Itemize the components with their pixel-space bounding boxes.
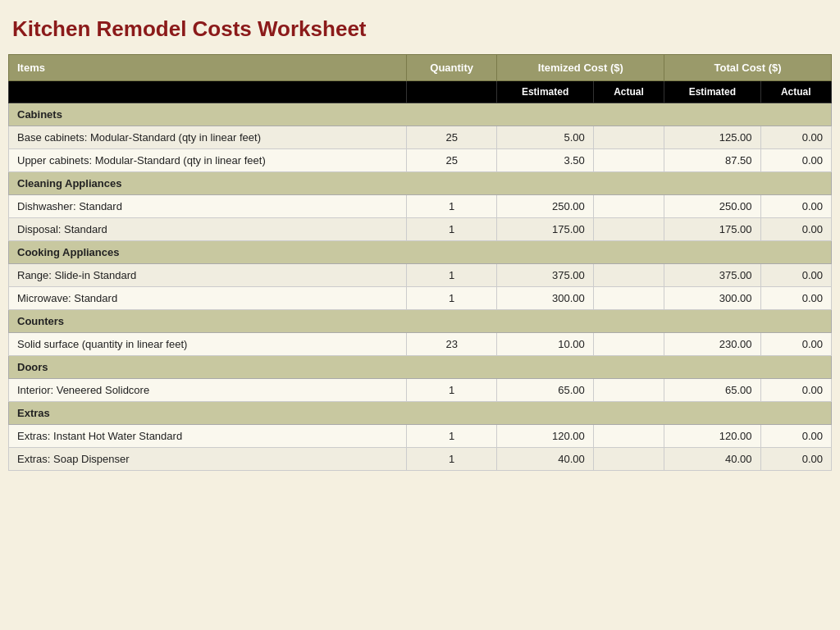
sub-header-actual-itemized: Actual — [593, 81, 664, 103]
page-title: Kitchen Remodel Costs Worksheet — [8, 8, 832, 54]
item-total-actual: 0.00 — [760, 379, 831, 402]
item-name: Range: Slide-in Standard — [9, 264, 407, 287]
category-label: Doors — [9, 356, 832, 379]
sub-header-estimated-total: Estimated — [664, 81, 760, 103]
category-row: Cleaning Appliances — [9, 172, 832, 195]
table-row: Base cabinets: Modular-Standard (qty in … — [9, 126, 832, 149]
item-est-cost: 5.00 — [497, 126, 593, 149]
item-actual-cost — [593, 379, 664, 402]
item-total-est: 87.50 — [664, 149, 760, 172]
sub-header-estimated-itemized: Estimated — [497, 81, 593, 103]
sub-header-actual-total: Actual — [760, 81, 831, 103]
item-quantity: 1 — [406, 379, 496, 402]
item-quantity: 1 — [406, 264, 496, 287]
item-name: Microwave: Standard — [9, 287, 407, 310]
item-quantity: 25 — [406, 149, 496, 172]
item-name: Extras: Instant Hot Water Standard — [9, 425, 407, 448]
sub-header-empty-qty — [406, 81, 496, 103]
item-total-actual: 0.00 — [760, 425, 831, 448]
item-total-est: 120.00 — [664, 425, 760, 448]
category-row: Cabinets — [9, 103, 832, 126]
item-total-est: 375.00 — [664, 264, 760, 287]
item-total-est: 300.00 — [664, 287, 760, 310]
item-total-est: 175.00 — [664, 218, 760, 241]
item-actual-cost — [593, 448, 664, 471]
item-est-cost: 65.00 — [497, 379, 593, 402]
item-actual-cost — [593, 218, 664, 241]
item-actual-cost — [593, 333, 664, 356]
item-name: Upper cabinets: Modular-Standard (qty in… — [9, 149, 407, 172]
table-row: Range: Slide-in Standard 1 375.00 375.00… — [9, 264, 832, 287]
table-row: Microwave: Standard 1 300.00 300.00 0.00 — [9, 287, 832, 310]
item-total-actual: 0.00 — [760, 264, 831, 287]
item-quantity: 1 — [406, 218, 496, 241]
item-total-actual: 0.00 — [760, 149, 831, 172]
item-total-actual: 0.00 — [760, 333, 831, 356]
item-quantity: 1 — [406, 287, 496, 310]
cost-table: Items Quantity Itemized Cost ($) Total C… — [8, 54, 832, 471]
item-name: Dishwasher: Standard — [9, 195, 407, 218]
item-est-cost: 250.00 — [497, 195, 593, 218]
table-row: Extras: Soap Dispenser 1 40.00 40.00 0.0… — [9, 448, 832, 471]
item-actual-cost — [593, 287, 664, 310]
table-row: Disposal: Standard 1 175.00 175.00 0.00 — [9, 218, 832, 241]
header-quantity: Quantity — [406, 55, 496, 81]
item-total-actual: 0.00 — [760, 448, 831, 471]
category-label: Extras — [9, 402, 832, 425]
item-quantity: 1 — [406, 195, 496, 218]
item-total-actual: 0.00 — [760, 218, 831, 241]
table-row: Solid surface (quantity in linear feet) … — [9, 333, 832, 356]
table-row: Extras: Instant Hot Water Standard 1 120… — [9, 425, 832, 448]
item-total-actual: 0.00 — [760, 287, 831, 310]
item-name: Interior: Veneered Solidcore — [9, 379, 407, 402]
item-quantity: 25 — [406, 126, 496, 149]
category-label: Cooking Appliances — [9, 241, 832, 264]
item-name: Disposal: Standard — [9, 218, 407, 241]
item-actual-cost — [593, 195, 664, 218]
item-actual-cost — [593, 264, 664, 287]
category-label: Cleaning Appliances — [9, 172, 832, 195]
item-actual-cost — [593, 149, 664, 172]
category-row: Doors — [9, 356, 832, 379]
category-row: Counters — [9, 310, 832, 333]
item-total-est: 250.00 — [664, 195, 760, 218]
item-est-cost: 120.00 — [497, 425, 593, 448]
item-est-cost: 40.00 — [497, 448, 593, 471]
item-name: Extras: Soap Dispenser — [9, 448, 407, 471]
item-total-actual: 0.00 — [760, 195, 831, 218]
item-est-cost: 3.50 — [497, 149, 593, 172]
item-est-cost: 300.00 — [497, 287, 593, 310]
item-actual-cost — [593, 425, 664, 448]
item-est-cost: 175.00 — [497, 218, 593, 241]
item-est-cost: 10.00 — [497, 333, 593, 356]
item-total-est: 65.00 — [664, 379, 760, 402]
category-label: Counters — [9, 310, 832, 333]
table-row: Dishwasher: Standard 1 250.00 250.00 0.0… — [9, 195, 832, 218]
table-row: Upper cabinets: Modular-Standard (qty in… — [9, 149, 832, 172]
category-label: Cabinets — [9, 103, 832, 126]
header-items: Items — [9, 55, 407, 81]
category-row: Cooking Appliances — [9, 241, 832, 264]
item-name: Solid surface (quantity in linear feet) — [9, 333, 407, 356]
table-body: Cabinets Base cabinets: Modular-Standard… — [9, 103, 832, 471]
item-total-est: 125.00 — [664, 126, 760, 149]
sub-header-row: Estimated Actual Estimated Actual — [9, 81, 832, 103]
category-row: Extras — [9, 402, 832, 425]
header-itemized-cost: Itemized Cost ($) — [497, 55, 664, 81]
item-total-actual: 0.00 — [760, 126, 831, 149]
item-quantity: 1 — [406, 425, 496, 448]
item-est-cost: 375.00 — [497, 264, 593, 287]
item-total-est: 40.00 — [664, 448, 760, 471]
item-name: Base cabinets: Modular-Standard (qty in … — [9, 126, 407, 149]
table-row: Interior: Veneered Solidcore 1 65.00 65.… — [9, 379, 832, 402]
main-header-row: Items Quantity Itemized Cost ($) Total C… — [9, 55, 832, 81]
item-actual-cost — [593, 126, 664, 149]
sub-header-empty-items — [9, 81, 407, 103]
item-quantity: 23 — [406, 333, 496, 356]
header-total-cost: Total Cost ($) — [664, 55, 832, 81]
item-total-est: 230.00 — [664, 333, 760, 356]
item-quantity: 1 — [406, 448, 496, 471]
